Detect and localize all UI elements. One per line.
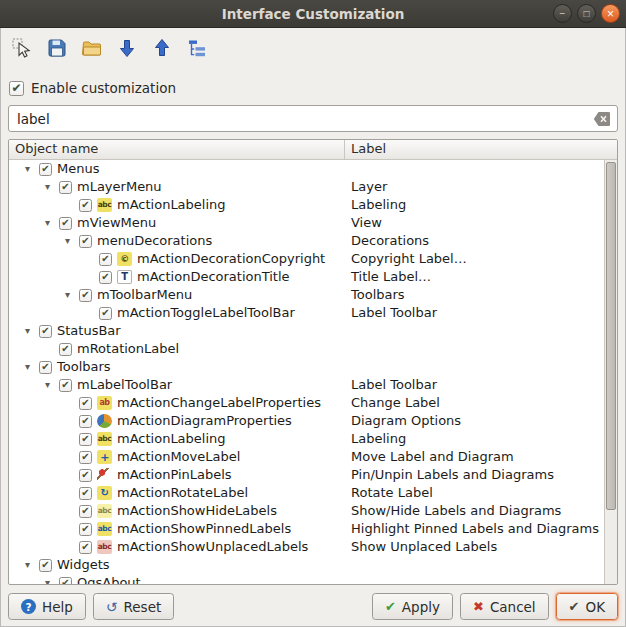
object-name: Menus (57, 160, 99, 178)
row-checkbox[interactable]: ✔ (59, 217, 72, 230)
row-checkbox[interactable]: ✔ (39, 559, 52, 572)
expander-icon[interactable]: ▾ (25, 358, 39, 376)
tree-row[interactable]: ▾✔StatusBar (9, 322, 604, 340)
close-button[interactable]: × (601, 4, 620, 23)
object-name: mActionRotateLabel (117, 484, 248, 502)
titlebar[interactable]: Interface Customization − □ × (0, 0, 626, 28)
row-checkbox[interactable]: ✔ (39, 325, 52, 338)
tree-row[interactable]: ▾✔mToolbarMenuToolbars (9, 286, 604, 304)
object-label: Labeling (345, 430, 604, 448)
tree-row[interactable]: ✔+mActionMoveLabelMove Label and Diagram (9, 448, 604, 466)
tree-row[interactable]: ✔abmActionChangeLabelPropertiesChange La… (9, 394, 604, 412)
tree-row[interactable]: ✔↻mActionRotateLabelRotate Label (9, 484, 604, 502)
arrow-down-icon (116, 37, 138, 59)
tree-row[interactable]: ✔abcmActionLabelingLabeling (9, 196, 604, 214)
row-checkbox[interactable]: ✔ (79, 397, 92, 410)
row-checkbox[interactable]: ✔ (59, 379, 72, 392)
scrollbar-thumb[interactable] (606, 162, 616, 510)
row-checkbox[interactable]: ✔ (39, 163, 52, 176)
tree-row[interactable]: ✔abcmActionShowUnplacedLabelsShow Unplac… (9, 538, 604, 556)
object-label: View (345, 214, 604, 232)
widget-catcher-button[interactable] (10, 36, 34, 60)
row-checkbox[interactable]: ✔ (99, 307, 112, 320)
row-checkbox[interactable]: ✔ (79, 541, 92, 554)
row-checkbox[interactable]: ✔ (79, 523, 92, 536)
tree-row[interactable]: ▾✔mLayerMenuLayer (9, 178, 604, 196)
tree-row[interactable]: ▾✔Menus (9, 160, 604, 178)
tree-row[interactable]: ▾✔mLabelToolBarLabel Toolbar (9, 376, 604, 394)
search-input[interactable] (8, 105, 618, 132)
tree-row[interactable]: ✔abcmActionShowPinnedLabelsHighlight Pin… (9, 520, 604, 538)
row-checkbox[interactable]: ✔ (79, 469, 92, 482)
row-checkbox[interactable]: ✔ (39, 361, 52, 374)
row-checkbox[interactable]: ✔ (99, 271, 112, 284)
row-checkbox[interactable]: ✔ (79, 235, 92, 248)
tree-row[interactable]: ✔©mActionDecorationCopyrightCopyright La… (9, 250, 604, 268)
pin-labels-icon (97, 468, 112, 482)
expander-icon[interactable]: ▾ (25, 160, 39, 178)
help-button[interactable]: ? Help (8, 593, 86, 620)
row-checkbox[interactable]: ✔ (79, 487, 92, 500)
save-button-toolbar[interactable] (45, 36, 69, 60)
load-from-file-button[interactable] (115, 36, 139, 60)
row-checkbox[interactable]: ✔ (79, 415, 92, 428)
row-checkbox[interactable]: ✔ (79, 451, 92, 464)
tree-row[interactable]: ✔mActionToggleLabelToolBarLabel Toolbar (9, 304, 604, 322)
row-checkbox[interactable]: ✔ (59, 577, 72, 585)
maximize-icon: □ (583, 9, 589, 19)
object-label: Label Toolbar (345, 304, 604, 322)
row-checkbox[interactable]: ✔ (59, 181, 72, 194)
row-checkbox[interactable]: ✔ (79, 433, 92, 446)
cancel-button[interactable]: ✖ Cancel (460, 593, 549, 620)
ok-button[interactable]: ✔ OK (556, 593, 618, 620)
row-checkbox[interactable]: ✔ (79, 289, 92, 302)
expander-icon[interactable]: ▾ (45, 376, 59, 394)
expander-icon[interactable]: ▾ (65, 232, 79, 250)
tree-row[interactable]: ✔TmActionDecorationTitleTitle Label… (9, 268, 604, 286)
diagram-properties-icon (97, 414, 112, 428)
vertical-scrollbar[interactable] (604, 160, 617, 584)
tree-row[interactable]: ▾✔Widgets (9, 556, 604, 574)
object-label: Title Label… (345, 268, 604, 286)
row-checkbox[interactable]: ✔ (99, 253, 112, 266)
column-header-object-name[interactable]: Object name (9, 140, 345, 159)
tree-row[interactable]: ✔abcmActionShowHideLabelsShow/Hide Label… (9, 502, 604, 520)
row-checkbox[interactable]: ✔ (79, 199, 92, 212)
tree-row[interactable]: ✔mRotationLabel (9, 340, 604, 358)
customization-tree: Object name Label ▾✔Menus▾✔mLayerMenuLay… (8, 139, 618, 585)
row-checkbox[interactable]: ✔ (79, 505, 92, 518)
decoration-title-icon: T (117, 270, 132, 284)
expander-icon[interactable]: ▾ (65, 286, 79, 304)
clear-search-button[interactable] (593, 111, 611, 127)
change-label-properties-icon: ab (97, 396, 112, 410)
decoration-copyright-icon: © (117, 252, 132, 266)
maximize-button[interactable]: □ (577, 4, 596, 23)
expand-tree-button[interactable] (185, 36, 209, 60)
tree-row[interactable]: ✔mActionDiagramPropertiesDiagram Options (9, 412, 604, 430)
tree-row[interactable]: ▾✔mViewMenuView (9, 214, 604, 232)
tree-row[interactable]: ✔abcmActionLabelingLabeling (9, 430, 604, 448)
tree-row[interactable]: ▾✔QgsAbout (9, 574, 604, 584)
object-label: Copyright Label… (345, 250, 604, 268)
minimize-button[interactable]: − (553, 4, 572, 23)
object-label (345, 358, 604, 376)
expander-icon[interactable]: ▾ (45, 574, 59, 584)
tree-row[interactable]: ▾✔Toolbars (9, 358, 604, 376)
expander-icon[interactable]: ▾ (45, 178, 59, 196)
expander-icon[interactable]: ▾ (45, 214, 59, 232)
expand-tree-icon (186, 37, 208, 59)
expander-icon[interactable]: ▾ (25, 322, 39, 340)
save-to-file-button[interactable] (150, 36, 174, 60)
tree-row[interactable]: ▾✔menuDecorationsDecorations (9, 232, 604, 250)
reset-button[interactable]: ↺ Reset (93, 593, 174, 620)
object-label: Show Unplaced Labels (345, 538, 604, 556)
expander-icon[interactable]: ▾ (25, 556, 39, 574)
apply-button[interactable]: ✔ Apply (372, 593, 453, 620)
row-checkbox[interactable]: ✔ (59, 343, 72, 356)
object-name: mActionShowPinnedLabels (117, 520, 291, 538)
object-label: Label Toolbar (345, 376, 604, 394)
tree-row[interactable]: ✔mActionPinLabelsPin/Unpin Labels and Di… (9, 466, 604, 484)
open-button-toolbar[interactable] (80, 36, 104, 60)
enable-customization-checkbox[interactable]: ✔ (9, 81, 24, 96)
column-header-label[interactable]: Label (345, 140, 617, 159)
